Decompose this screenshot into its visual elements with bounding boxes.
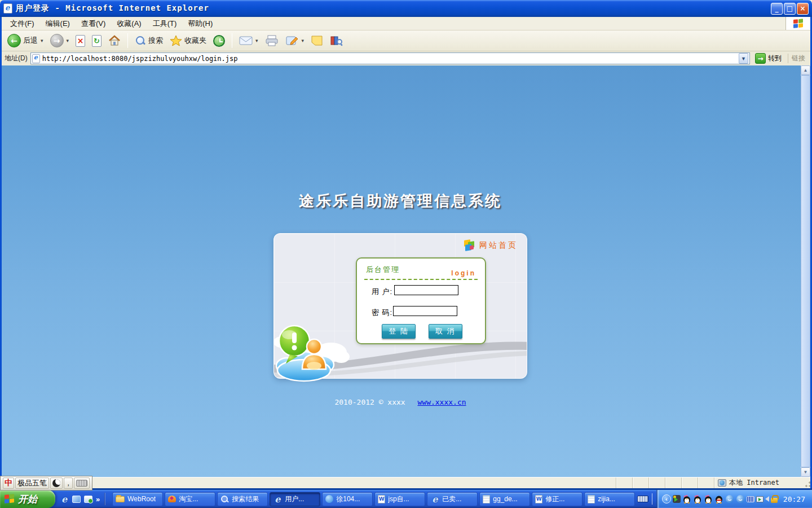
discuss-button[interactable] bbox=[308, 34, 326, 47]
minimize-button[interactable]: _ bbox=[771, 3, 783, 15]
username-input[interactable] bbox=[394, 285, 458, 295]
password-input[interactable] bbox=[393, 306, 457, 316]
scroll-up-icon[interactable]: ▲ bbox=[801, 65, 810, 75]
volume-icon[interactable] bbox=[765, 496, 769, 502]
history-button[interactable] bbox=[210, 34, 228, 48]
password-label: 密 码: bbox=[372, 308, 392, 318]
task-xiuzheng-doc[interactable]: 修正... bbox=[532, 492, 582, 506]
forward-dropdown-icon[interactable]: ▾ bbox=[67, 38, 69, 43]
task-label: 已卖... bbox=[442, 494, 461, 504]
input-method-tray-icon[interactable] bbox=[747, 496, 754, 502]
search-icon bbox=[220, 495, 229, 503]
qq-penguin-icon[interactable] bbox=[704, 494, 713, 503]
printer-icon bbox=[265, 35, 279, 46]
forward-button[interactable]: → ▾ bbox=[47, 33, 72, 49]
taskbar: 开始 e » WebRoot 淘宝... 搜索结果 e 用户 bbox=[0, 490, 812, 508]
print-button[interactable] bbox=[262, 34, 281, 47]
task-sold-items[interactable]: e 已卖... bbox=[427, 492, 478, 506]
mail-icon bbox=[239, 36, 253, 46]
toolbar-separator bbox=[232, 33, 232, 48]
mail-dropdown-icon[interactable]: ▾ bbox=[255, 38, 258, 43]
start-button[interactable]: 开始 bbox=[0, 490, 55, 508]
login-subtitle: login bbox=[451, 269, 476, 277]
task-taobao[interactable]: 淘宝... bbox=[165, 492, 215, 506]
fetion-face-icon[interactable] bbox=[725, 494, 734, 503]
menu-edit[interactable]: 编辑(E) bbox=[40, 17, 76, 30]
status-bar: 本地 Intranet bbox=[0, 477, 812, 488]
task-user-login-active[interactable]: e 用户... bbox=[270, 492, 320, 506]
scrollbar-thumb[interactable] bbox=[801, 75, 810, 467]
address-input[interactable]: http://localhost:8080/jspzizhulvyouhxw/l… bbox=[30, 52, 750, 64]
halfwidth-moon-icon bbox=[52, 479, 60, 487]
clock[interactable]: 20:27 bbox=[783, 495, 805, 503]
taskbar-keyboard-button[interactable] bbox=[637, 490, 648, 508]
task-zijia-notepad[interactable]: zijia... bbox=[584, 492, 635, 506]
qq-penguin-icon[interactable] bbox=[682, 494, 691, 503]
research-button[interactable] bbox=[327, 34, 346, 47]
login-button[interactable]: 登 陆 bbox=[382, 324, 416, 339]
browser-window: 用户登录 - Microsoft Internet Explorer _ □ ×… bbox=[0, 0, 812, 508]
colored-boxes-icon bbox=[463, 239, 475, 252]
scroll-down-icon[interactable]: ▼ bbox=[801, 467, 810, 477]
address-url[interactable]: http://localhost:8080/jspzizhulvyouhxw/l… bbox=[42, 55, 238, 63]
soft-keyboard-button[interactable] bbox=[74, 478, 90, 489]
favorites-label: 收藏夹 bbox=[184, 36, 206, 46]
task-search-results[interactable]: 搜索结果 bbox=[217, 492, 268, 506]
site-url-link[interactable]: www.xxxx.cn bbox=[417, 398, 466, 406]
edit-dropdown-icon[interactable]: ▾ bbox=[302, 38, 304, 43]
links-label[interactable]: 链接 bbox=[788, 54, 810, 63]
tray-collapse-chevron[interactable]: ‹ bbox=[662, 494, 671, 503]
address-dropdown-icon[interactable]: ▼ bbox=[739, 53, 748, 64]
fetion-face-icon[interactable] bbox=[736, 494, 745, 503]
dashed-divider bbox=[364, 279, 478, 280]
cloud-mascot-graphic bbox=[272, 319, 351, 383]
search-button[interactable]: 搜索 bbox=[132, 34, 166, 47]
task-qq-chat[interactable]: 徐104... bbox=[322, 492, 373, 506]
maximize-button[interactable]: □ bbox=[784, 3, 796, 15]
windows-flag-icon bbox=[793, 18, 804, 29]
media-app-tray-icon[interactable] bbox=[673, 495, 681, 503]
close-button[interactable]: × bbox=[797, 3, 809, 15]
intranet-zone-icon bbox=[718, 479, 726, 487]
menu-view[interactable]: 查看(V) bbox=[76, 17, 111, 30]
back-label: 后退 bbox=[23, 36, 38, 46]
home-button[interactable] bbox=[105, 34, 123, 47]
status-pane bbox=[616, 478, 632, 488]
qq-penguin-scarf-icon[interactable] bbox=[714, 494, 723, 503]
status-pane bbox=[681, 478, 698, 488]
show-desktop-icon[interactable] bbox=[72, 496, 81, 503]
punctuation-toggle[interactable]: ， bbox=[64, 478, 73, 489]
qq-penguin-icon[interactable] bbox=[693, 494, 702, 503]
title-bar[interactable]: 用户登录 - Microsoft Internet Explorer _ □ × bbox=[0, 0, 812, 17]
edit-button[interactable]: ▾ bbox=[283, 34, 307, 47]
fullwidth-toggle[interactable] bbox=[50, 478, 63, 489]
task-label: WebRoot bbox=[127, 495, 156, 503]
favorites-button[interactable]: 收藏夹 bbox=[167, 34, 209, 47]
refresh-button[interactable]: ↻ bbox=[89, 34, 104, 48]
mail-button[interactable]: ▾ bbox=[236, 34, 261, 47]
security-lock-icon[interactable] bbox=[771, 498, 778, 503]
ime-name-button[interactable]: 极品五笔 bbox=[15, 478, 49, 489]
vertical-scrollbar[interactable]: ▲ ▼ bbox=[801, 65, 810, 477]
menu-tools[interactable]: 工具(T) bbox=[147, 17, 183, 30]
task-webroot[interactable]: WebRoot bbox=[112, 492, 163, 506]
quick-launch-mail-icon[interactable] bbox=[84, 496, 92, 503]
ie-icon: e bbox=[273, 494, 282, 505]
back-dropdown-icon[interactable]: ▾ bbox=[41, 38, 43, 43]
menu-help[interactable]: 帮助(H) bbox=[182, 17, 218, 30]
task-jsp-doc[interactable]: jsp自... bbox=[374, 492, 425, 506]
cancel-button[interactable]: 取 消 bbox=[429, 324, 462, 339]
menu-favorites[interactable]: 收藏(A) bbox=[111, 17, 147, 30]
quick-launch-overflow-chevron[interactable]: » bbox=[96, 495, 100, 503]
task-gg-de-notepad[interactable]: gg_de... bbox=[479, 492, 530, 506]
ie-document-icon bbox=[3, 3, 12, 14]
quick-launch-ie-icon[interactable]: e bbox=[60, 494, 69, 505]
task-label: zijia... bbox=[598, 495, 615, 503]
site-home-link[interactable]: 网站首页 bbox=[463, 239, 518, 252]
task-manager-tray-icon[interactable] bbox=[756, 496, 764, 502]
go-button[interactable]: → 转到 bbox=[753, 52, 784, 64]
back-button[interactable]: ← 后退 ▾ bbox=[5, 33, 46, 49]
chinese-indicator[interactable]: 中 bbox=[3, 478, 14, 489]
stop-button[interactable]: × bbox=[73, 34, 88, 48]
menu-file[interactable]: 文件(F) bbox=[5, 17, 40, 30]
